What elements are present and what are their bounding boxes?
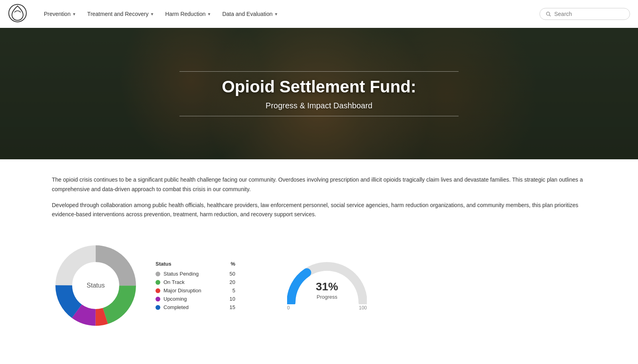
- nav-label-data: Data and Evaluation: [222, 11, 272, 17]
- gauge-max-label: 100: [359, 305, 367, 311]
- legend-header-pct: %: [230, 261, 235, 267]
- donut-chart: Status: [52, 242, 140, 329]
- hero-content: Opioid Settlement Fund: Progress & Impac…: [179, 66, 459, 122]
- nav-item-harm[interactable]: Harm Reduction ▼: [160, 8, 216, 20]
- legend-dot-ontrack: [156, 280, 160, 285]
- nav-links: Prevention ▼ Treatment and Recovery ▼ Ha…: [39, 8, 540, 20]
- gauge-axis-labels: 0 100: [287, 305, 367, 311]
- legend-name-upcoming: Upcoming: [163, 296, 226, 302]
- legend-item-disruption: Major Disruption 5: [156, 288, 235, 294]
- search-input[interactable]: [554, 11, 624, 17]
- legend-dot-upcoming: [156, 297, 160, 301]
- donut-center-label: Status: [87, 282, 104, 289]
- svg-line-2: [549, 15, 551, 16]
- hero-divider-bottom: [179, 116, 459, 116]
- chevron-down-icon-prevention: ▼: [72, 12, 76, 16]
- legend-header: Status %: [156, 261, 235, 267]
- nav-item-treatment[interactable]: Treatment and Recovery ▼: [83, 8, 159, 20]
- nav-item-data[interactable]: Data and Evaluation ▼: [217, 8, 283, 20]
- gauge-chart: 31% Progress: [287, 260, 367, 304]
- hero-section: Opioid Settlement Fund: Progress & Impac…: [0, 28, 638, 159]
- legend-value-completed: 15: [230, 304, 235, 310]
- hero-divider-top: [179, 71, 459, 72]
- legend-name-pending: Status Pending: [163, 271, 226, 277]
- nav-item-prevention[interactable]: Prevention ▼: [39, 8, 81, 20]
- search-icon: [545, 11, 551, 17]
- intro-paragraph-1: The opioid crisis continues to be a sign…: [52, 175, 586, 194]
- charts-section: Status Status % Status Pending 50 On Tra…: [40, 234, 598, 345]
- nav-label-prevention: Prevention: [44, 11, 71, 17]
- chevron-down-icon-harm: ▼: [207, 12, 211, 16]
- legend-item-ontrack: On Track 20: [156, 279, 235, 285]
- logo[interactable]: [8, 4, 39, 24]
- hero-subtitle: Progress & Impact Dashboard: [179, 101, 459, 110]
- legend-name-completed: Completed: [163, 304, 226, 310]
- legend-item-pending: Status Pending 50: [156, 271, 235, 277]
- chevron-down-icon-treatment: ▼: [150, 12, 154, 16]
- hero-title: Opioid Settlement Fund:: [179, 77, 459, 96]
- legend-name-ontrack: On Track: [163, 279, 226, 285]
- gauge-label: Progress: [317, 294, 337, 300]
- nav-label-harm: Harm Reduction: [165, 11, 205, 17]
- svg-point-1: [546, 12, 549, 15]
- legend-item-completed: Completed 15: [156, 304, 235, 310]
- chevron-down-icon-data: ▼: [274, 12, 278, 16]
- donut-legend: Status % Status Pending 50 On Track 20 M…: [156, 261, 235, 310]
- legend-name-disruption: Major Disruption: [163, 288, 229, 294]
- intro-paragraph-2: Developed through collaboration among pu…: [52, 201, 586, 220]
- gauge-min-label: 0: [287, 305, 290, 311]
- main-nav: Prevention ▼ Treatment and Recovery ▼ Ha…: [0, 0, 638, 28]
- legend-dot-pending: [156, 272, 160, 276]
- legend-value-pending: 50: [230, 271, 235, 277]
- gauge-percent: 31%: [316, 280, 338, 293]
- svg-point-0: [9, 4, 26, 22]
- legend-value-disruption: 5: [232, 288, 235, 294]
- intro-section: The opioid crisis continues to be a sign…: [40, 159, 598, 234]
- legend-value-upcoming: 10: [230, 296, 235, 302]
- nav-label-treatment: Treatment and Recovery: [87, 11, 149, 17]
- legend-header-status: Status: [156, 261, 171, 267]
- legend-value-ontrack: 20: [230, 279, 235, 285]
- legend-item-upcoming: Upcoming 10: [156, 296, 235, 302]
- gauge-center-labels: 31% Progress: [316, 280, 338, 300]
- legend-dot-disruption: [156, 288, 160, 293]
- gauge-chart-container: 31% Progress 0 100: [283, 260, 371, 311]
- legend-dot-completed: [156, 305, 160, 310]
- donut-chart-container: Status Status % Status Pending 50 On Tra…: [52, 242, 235, 329]
- search-box[interactable]: [540, 8, 630, 20]
